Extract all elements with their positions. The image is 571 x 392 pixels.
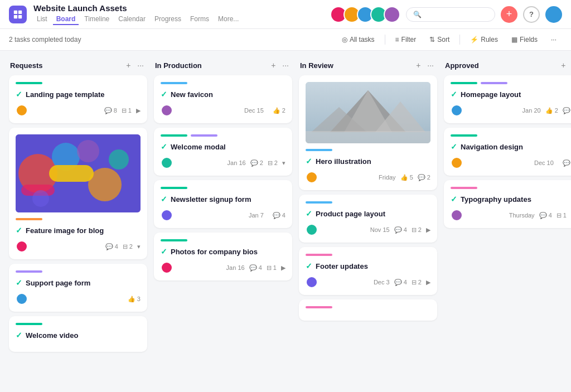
card-meta-feature: 💬 4 ⊟ 2 ▾: [105, 243, 141, 250]
comment-count: 💬 4: [563, 107, 571, 114]
card-title-landing: ✓ Landing page template: [16, 90, 141, 99]
team-avatars: [330, 6, 400, 23]
add-card-production[interactable]: +: [269, 60, 278, 71]
card-title-hero: ✓ Hero illustration: [306, 157, 430, 166]
tab-more[interactable]: More...: [215, 14, 242, 25]
card-feature-image[interactable]: ✓ Feature image for blog 💬 4 ⊟ 2 ▾: [9, 128, 147, 259]
card-support-form[interactable]: ✓ Support page form 👍 3: [9, 264, 147, 312]
comment-count: 💬 2: [418, 174, 430, 181]
check-icon: ✓: [16, 278, 22, 287]
card-title-modal: ✓ Welcome modal: [161, 142, 286, 151]
card-title-favicon: ✓ New favicon: [161, 90, 286, 99]
tab-timeline[interactable]: Timeline: [81, 14, 113, 25]
header-right: 🔍 + ?: [330, 6, 562, 23]
card-footer-nav: Dec 10 💬 3: [451, 157, 571, 169]
svg-point-11: [109, 149, 129, 170]
help-button[interactable]: ?: [523, 6, 540, 23]
card-typography[interactable]: ✓ Typography updates Thursday 💬 4 ⊟ 1 ▶: [444, 180, 571, 228]
card-landing-page[interactable]: ✓ Landing page template 💬 8 ⊟ 1 ▶: [9, 75, 147, 123]
card-product-layout[interactable]: ✓ Product page layout Nov 15 💬 4 ⊟ 2 ▶: [299, 195, 437, 243]
board: Requests + ··· ✓ Landing page template 💬…: [0, 51, 571, 385]
more-review[interactable]: ···: [425, 60, 436, 71]
card-avatar: [16, 104, 28, 117]
card-hero-illustration[interactable]: ✓ Hero illustration Friday 👍 5 💬 2: [299, 75, 437, 190]
more-production[interactable]: ···: [280, 60, 291, 71]
check-icon: ✓: [451, 142, 457, 151]
tab-progress[interactable]: Progress: [151, 14, 185, 25]
card-footer-hero: Friday 👍 5 💬 2: [306, 171, 430, 183]
tab-forms[interactable]: Forms: [187, 14, 212, 25]
tasks-completed-status: 2 tasks completed today: [9, 36, 81, 43]
like-count: 👍 2: [545, 107, 558, 114]
check-icon: ✓: [161, 247, 167, 256]
card-welcome-modal[interactable]: ✓ Welcome modal Jan 16 💬 2 ⊟ 2 ▾: [154, 128, 292, 176]
card-partial-review[interactable]: [299, 299, 437, 321]
tab-calendar[interactable]: Calendar: [115, 14, 149, 25]
like-count: 👍 2: [273, 107, 286, 114]
comment-count: 💬 4: [105, 243, 118, 250]
add-card-approved[interactable]: +: [559, 60, 568, 71]
card-title-nav: ✓ Navigation design: [451, 142, 571, 151]
card-avatar: [451, 209, 463, 221]
comment-count: 💬 4: [249, 264, 262, 272]
comment-count: 💬 4: [539, 212, 552, 219]
all-tasks-button[interactable]: ◎ All tasks: [336, 33, 380, 46]
tab-list[interactable]: List: [33, 14, 51, 25]
search-box[interactable]: 🔍: [406, 7, 495, 22]
subtask-count: ⊟ 1: [557, 212, 567, 219]
card-tag-hero: [306, 149, 332, 151]
card-footer-typography: Thursday 💬 4 ⊟ 1 ▶: [451, 209, 571, 221]
card-meta-footer: Dec 3 💬 4 ⊟ 2 ▶: [374, 279, 430, 286]
date-label: Dec 15: [244, 107, 264, 114]
sort-button[interactable]: ⇅ Sort: [424, 33, 455, 46]
tab-board[interactable]: Board: [53, 14, 79, 25]
more-requests[interactable]: ···: [135, 60, 146, 71]
comment-count: 💬 4: [273, 212, 286, 219]
card-avatar: [161, 157, 173, 169]
card-footer-modal: Jan 16 💬 2 ⊟ 2 ▾: [161, 157, 286, 169]
card-homepage-layout[interactable]: ✓ Homepage layout Jan 20 👍 2 💬 4: [444, 75, 571, 123]
expand-icon[interactable]: ▶: [426, 226, 430, 234]
divider-1: [385, 35, 385, 45]
toolbar: 2 tasks completed today ◎ All tasks ≡ Fi…: [0, 29, 571, 51]
rules-button[interactable]: ⚡ Rules: [464, 33, 504, 46]
more-options-button[interactable]: ···: [545, 33, 562, 46]
card-nav-design[interactable]: ✓ Navigation design Dec 10 💬 3: [444, 128, 571, 176]
expand-icon[interactable]: ▾: [137, 243, 141, 250]
card-tag: [16, 82, 42, 84]
project-info: Website Launch Assets List Board Timelin…: [33, 3, 323, 25]
current-user-avatar[interactable]: [545, 6, 562, 23]
expand-icon[interactable]: ▶: [136, 107, 141, 114]
add-button[interactable]: +: [501, 6, 517, 23]
like-count: 👍 5: [400, 174, 413, 181]
fields-button[interactable]: ▦ Fields: [506, 33, 543, 46]
like-count: 👍 3: [128, 296, 141, 303]
date-label: Thursday: [509, 212, 535, 219]
card-avatar: [161, 262, 173, 274]
add-card-review[interactable]: +: [414, 60, 423, 71]
card-meta-hero: Friday 👍 5 💬 2: [379, 174, 430, 181]
card-new-favicon[interactable]: ✓ New favicon Dec 15 👍 2: [154, 75, 292, 123]
card-title-homepage: ✓ Homepage layout: [451, 90, 571, 99]
check-icon: ✓: [306, 209, 312, 218]
card-tag-pair-homepage: [451, 82, 571, 84]
check-icon: ✓: [306, 157, 312, 166]
column-in-production: In Production + ··· ✓ New favicon Dec 15…: [154, 60, 292, 285]
card-footer-bios: Jan 16 💬 4 ⊟ 1 ▶: [161, 262, 286, 274]
card-footer-updates[interactable]: ✓ Footer updates Dec 3 💬 4 ⊟ 2 ▶: [299, 247, 437, 295]
card-tag-video: [16, 323, 42, 325]
card-avatar: [161, 209, 173, 221]
card-title-typography: ✓ Typography updates: [451, 195, 571, 204]
card-tag-nav: [451, 134, 477, 137]
card-tag-purple: [191, 134, 217, 137]
check-icon: ✓: [161, 142, 167, 151]
card-welcome-video[interactable]: ✓ Welcome video: [9, 316, 147, 352]
column-title-approved: Approved: [445, 61, 479, 70]
expand-icon[interactable]: ▾: [282, 159, 286, 167]
card-company-bios[interactable]: ✓ Photos for company bios Jan 16 💬 4 ⊟ 1…: [154, 233, 292, 280]
expand-icon[interactable]: ▶: [426, 279, 430, 286]
add-card-requests[interactable]: +: [124, 60, 133, 71]
card-newsletter[interactable]: ✓ Newsletter signup form Jan 7 💬 4: [154, 180, 292, 228]
filter-button[interactable]: ≡ Filter: [390, 33, 422, 46]
expand-icon[interactable]: ▶: [281, 264, 286, 272]
